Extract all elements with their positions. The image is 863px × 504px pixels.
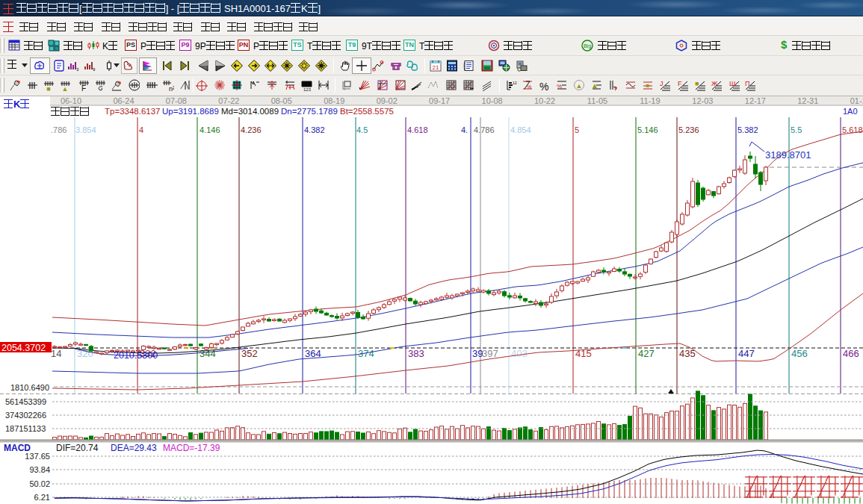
svg-text:4.618: 4.618 <box>407 125 428 134</box>
svg-text:5.236: 5.236 <box>678 125 699 134</box>
svg-text:374: 374 <box>358 348 374 359</box>
svg-text:09-02: 09-02 <box>377 96 398 105</box>
svg-text:■: ■ <box>46 85 50 91</box>
svg-text:Big: Big <box>584 43 591 49</box>
svg-text:4.: 4. <box>461 125 468 134</box>
svg-text:▲: ▲ <box>62 85 69 91</box>
svg-text:9: 9 <box>93 67 96 72</box>
svg-text:12-31: 12-31 <box>797 96 818 105</box>
svg-text:5.5: 5.5 <box>791 125 802 134</box>
svg-text:%: % <box>527 84 531 90</box>
svg-text:3189.8701: 3189.8701 <box>765 149 811 161</box>
svg-text:4.854: 4.854 <box>510 125 531 134</box>
svg-text:397: 397 <box>482 348 498 359</box>
svg-text:374302266: 374302266 <box>5 411 46 420</box>
svg-text:4.5: 4.5 <box>356 125 368 134</box>
svg-text:Up=3191.8689: Up=3191.8689 <box>162 107 219 116</box>
svg-text:466: 466 <box>843 348 859 359</box>
svg-text:12-17: 12-17 <box>745 96 766 105</box>
svg-text:▲: ▲ <box>576 82 583 90</box>
svg-text:6.21: 6.21 <box>34 493 50 502</box>
svg-text:4: 4 <box>139 125 143 134</box>
svg-text:10-22: 10-22 <box>534 96 555 105</box>
svg-text:5.146: 5.146 <box>637 125 658 134</box>
svg-text:137.65: 137.65 <box>25 452 50 461</box>
svg-text:■: ■ <box>646 82 650 89</box>
svg-text:Bt=2558.5575: Bt=2558.5575 <box>340 107 394 116</box>
svg-text:■: ■ <box>695 80 699 87</box>
svg-text:4.146: 4.146 <box>199 125 220 134</box>
svg-text:383: 383 <box>408 348 424 359</box>
svg-text:456: 456 <box>791 348 808 359</box>
svg-text:427: 427 <box>638 348 655 359</box>
svg-text:4.236: 4.236 <box>241 125 262 134</box>
svg-text:561453399: 561453399 <box>5 397 46 406</box>
svg-text:1810.6490: 1810.6490 <box>10 383 49 392</box>
svg-text:DIF=20.74: DIF=20.74 <box>56 443 99 453</box>
svg-text:187151133: 187151133 <box>5 424 46 433</box>
svg-text:01-14: 01-14 <box>850 96 863 105</box>
svg-text:07-22: 07-22 <box>218 96 239 105</box>
svg-text:14: 14 <box>51 348 61 359</box>
svg-text:09-17: 09-17 <box>429 96 450 105</box>
svg-text:4.786: 4.786 <box>474 125 495 134</box>
svg-text:06-24: 06-24 <box>113 96 134 105</box>
svg-text:F: F <box>81 84 86 91</box>
svg-text:3.854: 3.854 <box>75 125 96 134</box>
svg-text:J: J <box>660 80 664 87</box>
svg-text:F: F <box>678 80 682 87</box>
svg-text:123: 123 <box>513 81 517 85</box>
svg-text:1A0: 1A0 <box>843 107 858 116</box>
svg-text:5.382: 5.382 <box>737 125 758 134</box>
svg-text:DEA=29.43: DEA=29.43 <box>111 443 157 453</box>
svg-text:2054.3702: 2054.3702 <box>1 343 46 353</box>
svg-text:08-19: 08-19 <box>324 96 344 105</box>
svg-text:21: 21 <box>433 64 439 71</box>
svg-text:Tp=3348.6137: Tp=3348.6137 <box>105 107 161 116</box>
svg-text:10-08: 10-08 <box>482 96 503 105</box>
svg-text:П: П <box>745 80 749 87</box>
svg-text:50.02: 50.02 <box>29 479 50 488</box>
svg-text:Ж: Ж <box>711 80 718 87</box>
svg-text:12-03: 12-03 <box>692 96 713 105</box>
svg-text:123: 123 <box>303 87 312 91</box>
svg-text:403: 403 <box>511 348 528 359</box>
svg-text:07-08: 07-08 <box>166 96 187 105</box>
svg-text:Ш: Ш <box>729 80 735 87</box>
svg-text:MACD=-17.39: MACD=-17.39 <box>163 443 220 453</box>
svg-text:11-05: 11-05 <box>587 96 607 105</box>
svg-text:447: 447 <box>738 348 755 359</box>
svg-text:08-05: 08-05 <box>271 96 292 105</box>
svg-text:5: 5 <box>575 125 579 134</box>
svg-text:2010.5300: 2010.5300 <box>114 350 158 361</box>
svg-text:352: 352 <box>241 348 258 359</box>
svg-text:Md=3014.0089: Md=3014.0089 <box>221 107 279 116</box>
svg-text:n²: n² <box>169 85 174 91</box>
svg-text:93.84: 93.84 <box>29 465 50 474</box>
svg-text:4.382: 4.382 <box>304 125 325 134</box>
svg-text:.786: .786 <box>51 125 66 134</box>
svg-text:Dn=2775.1789: Dn=2775.1789 <box>281 107 338 116</box>
svg-text:11-19: 11-19 <box>640 96 660 105</box>
svg-text:3: 3 <box>76 67 79 72</box>
svg-text:%: % <box>557 83 562 90</box>
svg-text:06-10: 06-10 <box>61 96 81 105</box>
